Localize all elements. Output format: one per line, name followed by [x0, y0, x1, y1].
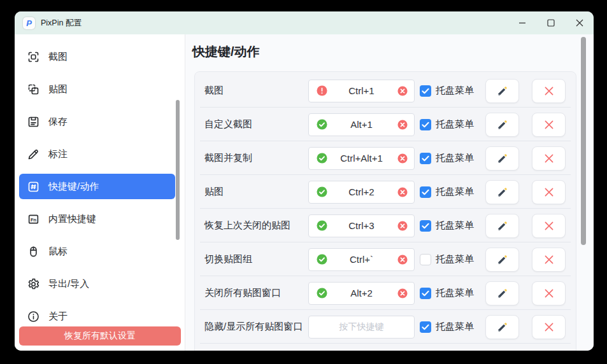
- close-button[interactable]: [565, 11, 594, 34]
- sidebar-item-8[interactable]: 导出/导入: [19, 271, 175, 297]
- shortcut-row: 自定义截图Alt+1托盘菜单: [195, 108, 576, 141]
- edit-shortcut-button[interactable]: [485, 113, 519, 137]
- clear-shortcut-icon[interactable]: [397, 221, 408, 231]
- hotkey-icon: [27, 180, 40, 193]
- shortcut-row: 贴图Ctrl+2托盘菜单: [195, 175, 576, 209]
- sidebar-item-6[interactable]: Fn内置快捷键: [19, 206, 175, 232]
- shortcut-input[interactable]: Ctrl+`: [308, 248, 415, 271]
- action-label: 截图并复制: [204, 152, 308, 164]
- pencil-icon: [496, 85, 509, 97]
- edit-shortcut-button[interactable]: [485, 248, 519, 272]
- edit-shortcut-button[interactable]: [485, 79, 519, 103]
- delete-shortcut-button[interactable]: [532, 180, 566, 204]
- tray-menu-checkbox[interactable]: [420, 288, 431, 299]
- edit-shortcut-button[interactable]: [485, 180, 519, 204]
- sidebar-item-7[interactable]: 鼠标: [19, 239, 175, 264]
- sidebar-item-5[interactable]: 快捷键/动作: [19, 174, 175, 199]
- edit-shortcut-button[interactable]: [485, 281, 519, 305]
- clear-shortcut-icon[interactable]: [397, 120, 408, 130]
- delete-x-icon: [543, 85, 555, 97]
- tray-menu-label: 托盘菜单: [436, 186, 474, 198]
- edit-shortcut-button[interactable]: [485, 315, 519, 339]
- tray-menu-checkbox[interactable]: [420, 119, 431, 130]
- tray-menu-option: 托盘菜单: [420, 220, 474, 232]
- tray-menu-option: 托盘菜单: [420, 118, 474, 130]
- clear-shortcut-icon[interactable]: [397, 86, 408, 96]
- tray-menu-checkbox[interactable]: [420, 153, 431, 164]
- tray-menu-checkbox[interactable]: [420, 186, 431, 198]
- sidebar-item-label: 保存: [48, 116, 68, 128]
- main-scrollbar[interactable]: [581, 37, 586, 245]
- valid-icon: [317, 220, 327, 231]
- delete-shortcut-button[interactable]: [532, 79, 566, 103]
- pencil-icon: [496, 287, 509, 300]
- valid-icon: [317, 186, 327, 197]
- tray-menu-checkbox[interactable]: [420, 220, 431, 232]
- tray-menu-checkbox[interactable]: [420, 85, 431, 97]
- delete-shortcut-button[interactable]: [532, 146, 566, 171]
- tray-menu-option: 托盘菜单: [420, 85, 474, 97]
- tray-menu-option: 托盘菜单: [420, 321, 474, 333]
- sidebar-item-2[interactable]: 贴图: [19, 76, 175, 102]
- pencil-icon: [496, 186, 509, 199]
- clear-shortcut-icon[interactable]: [397, 288, 408, 298]
- shortcut-input[interactable]: Ctrl+Alt+1: [308, 147, 415, 170]
- sidebar-item-1[interactable]: 截图: [19, 44, 175, 69]
- action-label: 切换贴图组: [204, 253, 308, 265]
- sidebar-item-3[interactable]: 保存: [19, 109, 175, 134]
- shortcut-value: Ctrl+Alt+1: [340, 153, 383, 164]
- shortcut-value: Alt+1: [350, 119, 373, 130]
- sidebar-item-4[interactable]: 标注: [19, 141, 175, 167]
- shortcut-row: 恢复上次关闭的贴图Ctrl+3托盘菜单: [195, 209, 576, 242]
- valid-icon: [317, 119, 327, 130]
- delete-shortcut-button[interactable]: [532, 214, 566, 238]
- tray-menu-option: 托盘菜单: [420, 186, 474, 198]
- shortcut-input[interactable]: 按下快捷键: [308, 316, 415, 339]
- action-label: 关闭所有贴图窗口: [204, 287, 308, 299]
- sidebar-item-label: 快捷键/动作: [48, 181, 99, 193]
- delete-shortcut-button[interactable]: [532, 113, 566, 137]
- minimize-button[interactable]: [508, 11, 536, 34]
- save-icon: [27, 115, 40, 129]
- pencil-icon: [496, 253, 509, 266]
- clear-shortcut-icon[interactable]: [397, 255, 408, 265]
- tray-menu-label: 托盘菜单: [436, 253, 474, 265]
- shortcut-input[interactable]: Ctrl+3: [308, 214, 415, 237]
- gear-icon: [27, 277, 40, 291]
- sidebar-item-9[interactable]: 关于: [19, 304, 175, 329]
- delete-shortcut-button[interactable]: [532, 315, 566, 339]
- sidebar: 截图贴图保存标注快捷键/动作Fn内置快捷键鼠标导出/导入关于 恢复所有默认设置: [15, 34, 185, 351]
- sidebar-item-label: 关于: [48, 311, 68, 323]
- clear-shortcut-icon[interactable]: [397, 187, 408, 197]
- valid-icon: [317, 288, 327, 298]
- close-icon: [576, 20, 583, 26]
- tray-menu-checkbox[interactable]: [420, 254, 431, 265]
- tray-menu-option: 托盘菜单: [420, 152, 474, 164]
- tray-menu-label: 托盘菜单: [436, 287, 474, 299]
- pixpin-config-window: P PixPin 配置 截图贴图保存标注快捷键/动作Fn内置快捷键鼠标导出/导入…: [15, 11, 594, 351]
- clear-shortcut-icon[interactable]: [397, 153, 408, 164]
- conflict-icon: [317, 85, 327, 96]
- shortcut-value: Ctrl+1: [348, 85, 374, 96]
- screenshot-icon: [27, 50, 40, 64]
- sidebar-item-label: 贴图: [48, 83, 68, 95]
- delete-shortcut-button[interactable]: [532, 248, 566, 272]
- pixpin-app-icon: P: [23, 17, 35, 29]
- tray-menu-option: 托盘菜单: [420, 287, 474, 299]
- pencil-icon: [496, 118, 509, 131]
- edit-shortcut-button[interactable]: [485, 214, 519, 238]
- valid-icon: [317, 254, 327, 265]
- tray-menu-checkbox[interactable]: [420, 321, 431, 333]
- delete-shortcut-button[interactable]: [532, 281, 566, 305]
- edit-shortcut-button[interactable]: [485, 146, 519, 171]
- sidebar-scrollbar[interactable]: [176, 100, 180, 240]
- pencil-icon: [496, 321, 509, 333]
- shortcut-input[interactable]: Alt+1: [308, 113, 415, 136]
- sidebar-item-label: 标注: [48, 148, 68, 160]
- page-title: 快捷键/动作: [192, 43, 260, 60]
- shortcut-input[interactable]: Ctrl+1: [308, 80, 415, 102]
- shortcut-input[interactable]: Ctrl+2: [308, 181, 415, 204]
- shortcut-input[interactable]: Alt+2: [308, 282, 415, 305]
- maximize-button[interactable]: [536, 11, 565, 34]
- reset-defaults-button[interactable]: 恢复所有默认设置: [19, 326, 181, 346]
